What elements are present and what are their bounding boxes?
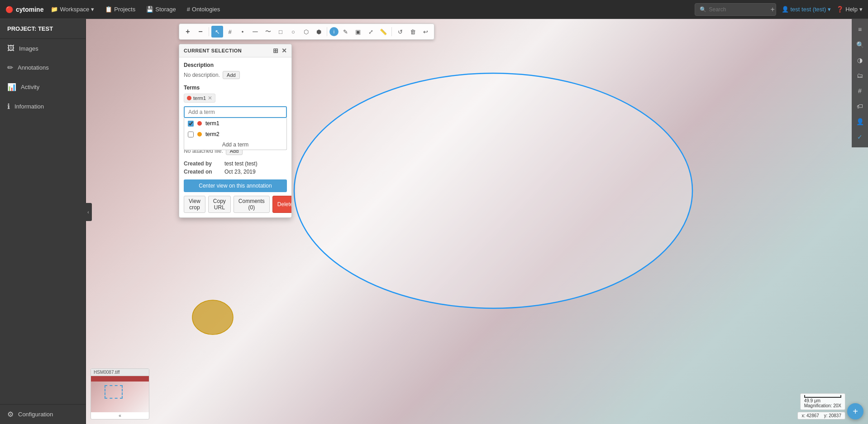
images-label: Images (19, 45, 38, 52)
select-tool-button[interactable]: ↖ (211, 26, 223, 38)
y-coord-value: 20837 (829, 413, 841, 418)
configuration-label: Configuration (18, 411, 53, 418)
term1-dropdown-dot (197, 121, 202, 126)
sidebar-item-configuration[interactable]: ⚙ Configuration (0, 405, 86, 424)
search-box[interactable]: 🔍 + (695, 3, 776, 16)
y-coord-label: y: (824, 413, 828, 418)
storage-icon: 💾 (146, 6, 153, 13)
magnification-value: Magnification: 20X (804, 403, 841, 408)
term-dropdown: term1 term2 Add a term (184, 118, 287, 150)
add-term-button[interactable]: Add a term (184, 140, 286, 150)
sidebar-item-information[interactable]: ℹ Information (0, 97, 86, 116)
logo-text: cytomine (16, 6, 43, 13)
toolbar-separator-1 (209, 27, 209, 36)
help-icon: ❓ (836, 6, 844, 13)
minimap: HSM0087.tiff « (91, 368, 149, 419)
panel-body: Description No description. Add Terms te… (179, 57, 291, 217)
scale-value: 49.9 μm (804, 398, 841, 403)
comments-button[interactable]: Comments (0) (234, 196, 270, 213)
minimap-image[interactable] (91, 376, 149, 412)
add-description-button[interactable]: Add (223, 71, 240, 79)
right-search-icon[interactable]: 🔍 (853, 38, 867, 52)
add-floating-button[interactable]: + (847, 403, 863, 419)
fill-tool-button[interactable]: ▣ (352, 26, 364, 38)
terms-section: Terms term1 ✕ (184, 85, 287, 118)
info-tool-button[interactable]: i (329, 27, 339, 36)
description-title: Description (184, 62, 287, 68)
edit-tool-button[interactable]: ✎ (339, 26, 351, 38)
right-layers-icon[interactable]: 🗂 (853, 69, 867, 82)
term2-dropdown-dot (197, 132, 202, 137)
right-user-icon[interactable]: 👤 (853, 115, 867, 128)
logo[interactable]: 🔴 cytomine (5, 6, 43, 13)
delete-tool-button[interactable]: 🗑 (407, 26, 419, 38)
logo-icon: 🔴 (5, 6, 13, 13)
rectangle-tool-button[interactable]: □ (275, 26, 286, 38)
term-dropdown-item-2[interactable]: term2 (184, 129, 286, 140)
line-tool-button[interactable]: ─ (249, 26, 261, 38)
ontologies-label: Ontologies (192, 6, 220, 13)
right-check-icon[interactable]: ✓ (853, 130, 867, 144)
workspace-chevron: ▾ (91, 6, 94, 13)
zoom-out-button[interactable]: − (195, 26, 206, 38)
storage-nav[interactable]: 💾 Storage (143, 4, 180, 14)
ontologies-nav[interactable]: # Ontologies (183, 4, 224, 14)
freehand-tool-button[interactable]: 〜 (262, 26, 274, 38)
tag-tool-button[interactable]: # (224, 26, 236, 38)
close-panel-button[interactable]: ✕ (281, 47, 287, 54)
user-menu[interactable]: 👤 test test (test) ▾ (782, 6, 831, 13)
sidebar: PROJECT: TEST 🖼 Images ✏ Annotations 📊 A… (0, 19, 86, 424)
circle-tool-button[interactable]: ○ (287, 26, 299, 38)
term-dropdown-item-1[interactable]: term1 (184, 118, 286, 129)
x-coord-value: 42867 (806, 413, 819, 418)
projects-icon: 📋 (105, 6, 112, 13)
sidebar-bottom: ⚙ Configuration (0, 404, 86, 424)
projects-label: Projects (114, 6, 135, 13)
sidebar-item-images[interactable]: 🖼 Images (0, 39, 86, 58)
panel-footer-buttons: View crop Copy URL Comments (0) Delete (184, 196, 287, 213)
panel-title: CURRENT SELECTION (184, 48, 242, 53)
term1-dot (187, 96, 191, 100)
sidebar-item-annotations[interactable]: ✏ Annotations (0, 58, 86, 77)
term1-remove-button[interactable]: ✕ (208, 95, 212, 101)
created-on-value: Oct 23, 2019 (224, 169, 256, 175)
activity-label: Activity (21, 84, 39, 90)
magic-tool-button[interactable]: ⬢ (313, 26, 324, 38)
projects-nav[interactable]: 📋 Projects (101, 4, 139, 14)
project-title: PROJECT: TEST (0, 19, 86, 39)
copy-url-button[interactable]: Copy URL (208, 196, 231, 213)
refresh-button[interactable]: ↺ (394, 26, 406, 38)
term-search-input[interactable] (184, 106, 287, 118)
information-icon: ℹ (7, 102, 10, 111)
workspace-nav[interactable]: 📁 Workspace ▾ (47, 4, 98, 14)
center-view-button[interactable]: Center view on this annotation (184, 179, 287, 192)
term2-checkbox[interactable] (188, 132, 194, 137)
view-crop-button[interactable]: View crop (184, 196, 205, 213)
help-button[interactable]: ❓ Help ▾ (836, 6, 863, 13)
term1-checkbox[interactable] (188, 121, 194, 127)
delete-button[interactable]: Delete (272, 196, 291, 213)
created-by-label: Created by (184, 160, 224, 167)
storage-label: Storage (155, 6, 176, 13)
resize-tool-button[interactable]: ⤢ (365, 26, 377, 38)
toolbar-separator-2 (327, 27, 327, 36)
sidebar-collapse-button[interactable]: ‹ (85, 203, 92, 221)
polygon-tool-button[interactable]: ⬡ (300, 26, 312, 38)
term-tags: term1 ✕ (184, 94, 287, 104)
minimap-collapse-button[interactable]: « (91, 412, 149, 419)
workspace-icon: 📁 (51, 6, 58, 13)
undo-button[interactable]: ↩ (420, 26, 431, 38)
expand-panel-button[interactable]: ⊞ (273, 47, 279, 54)
right-hash-icon[interactable]: # (853, 84, 867, 98)
measure-tool-button[interactable]: 📏 (377, 26, 389, 38)
right-tag-icon[interactable]: 🏷 (853, 99, 867, 113)
right-menu-icon[interactable]: ≡ (853, 23, 867, 36)
right-contrast-icon[interactable]: ◑ (853, 53, 867, 67)
configuration-icon: ⚙ (7, 410, 14, 419)
point-tool-button[interactable]: • (237, 26, 248, 38)
scale-bar: 49.9 μm Magnification: 20X (800, 393, 845, 410)
sidebar-item-activity[interactable]: 📊 Activity (0, 77, 86, 97)
information-label: Information (14, 103, 44, 110)
search-input[interactable] (709, 6, 768, 13)
zoom-in-button[interactable]: + (182, 26, 194, 38)
